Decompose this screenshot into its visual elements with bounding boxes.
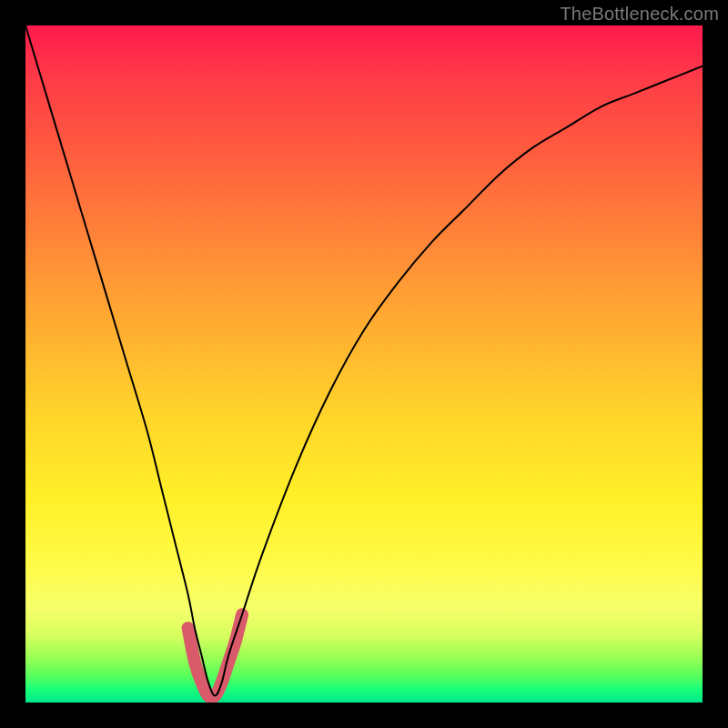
curve-layer: [25, 25, 703, 703]
watermark-text: TheBottleneck.com: [560, 4, 719, 25]
chart-frame: TheBottleneck.com: [0, 0, 728, 728]
bottleneck-curve: [25, 25, 703, 696]
plot-area: [25, 25, 703, 703]
